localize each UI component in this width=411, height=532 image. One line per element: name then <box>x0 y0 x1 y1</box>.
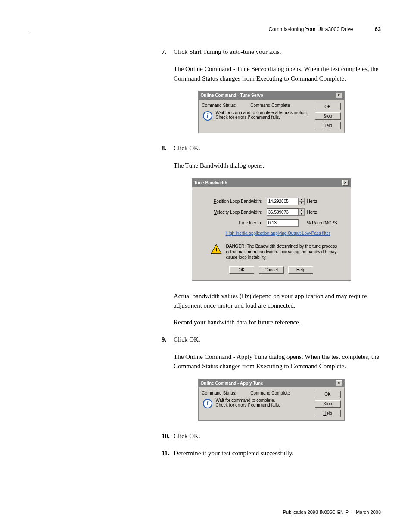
position-bw-unit: Hertz <box>307 199 318 204</box>
page-footer: Publication 2098-IN005C-EN-P — March 200… <box>283 510 381 515</box>
step-text: Click OK. <box>174 335 381 345</box>
svg-text:!: ! <box>215 246 217 253</box>
dialog-title-bar: Tune Bandwidth × <box>192 179 351 187</box>
step-8-para3: Record your bandwidth data for future re… <box>174 318 381 327</box>
status-label: Command Status: <box>202 103 237 108</box>
tune-inertia-label: Tune Inertia: <box>200 221 267 225</box>
ok-button[interactable]: OK <box>315 103 341 110</box>
position-bw-label: Position Loop Bandwidth: <box>200 199 267 204</box>
velocity-bw-unit: Hertz <box>307 210 318 215</box>
stop-button[interactable]: Stop <box>315 400 341 408</box>
step-number: 8. <box>162 144 174 153</box>
step-8: 8. Click OK. <box>162 144 381 153</box>
close-icon[interactable]: × <box>342 180 349 186</box>
status-value: Command Complete <box>250 391 290 395</box>
ok-button[interactable]: OK <box>229 266 254 274</box>
step-9: 9. Click OK. <box>162 335 381 345</box>
page-number: 63 <box>375 26 381 32</box>
stop-button[interactable]: Stop <box>315 112 341 120</box>
step-7-para: The Online Command - Tune Servo dialog o… <box>174 65 381 84</box>
step-number: 9. <box>162 335 174 345</box>
step-9-para: The Online Command - Apply Tune dialog o… <box>174 352 381 371</box>
step-8-para2: Actual bandwidth values (Hz) depend on y… <box>174 292 381 311</box>
dialog-title: Online Command - Apply Tune <box>201 381 263 386</box>
header-section-title: Commissioning Your Ultra3000 Drive <box>268 26 353 32</box>
info-text: Wait for command to complete after axis … <box>216 110 308 120</box>
warning-text: DANGER: The Bandwidth determined by the … <box>226 243 339 260</box>
page-header: Commissioning Your Ultra3000 Drive 63 <box>30 26 381 34</box>
step-10: 10. Click OK. <box>162 432 381 441</box>
status-label: Command Status: <box>202 391 237 395</box>
step-7: 7. Click Start Tuning to auto-tune your … <box>162 47 381 57</box>
velocity-bw-label: Velocity Loop Bandwidth: <box>200 210 267 215</box>
info-icon: i <box>202 110 213 121</box>
dialog-title: Tune Bandwidth <box>194 180 227 185</box>
step-number: 7. <box>162 47 174 57</box>
velocity-bw-field[interactable]: 36.589073 <box>267 208 299 216</box>
dialog-title: Online Command - Tune Servo <box>201 93 263 98</box>
dialog-tune-servo: Online Command - Tune Servo × Command St… <box>198 91 345 133</box>
info-text: Wait for command to complete. Check for … <box>216 398 280 408</box>
spinner-icon[interactable]: ▲▼ <box>299 208 305 216</box>
step-text: Click OK. <box>174 144 381 153</box>
help-button[interactable]: Help <box>315 122 341 129</box>
step-number: 11. <box>162 449 174 458</box>
ok-button[interactable]: OK <box>315 391 341 398</box>
tune-inertia-field[interactable]: 0.13 <box>267 219 299 227</box>
tune-inertia-unit: % Rated/MCPS <box>307 221 337 225</box>
dialog-apply-tune: Online Command - Apply Tune × Command St… <box>198 379 345 421</box>
help-button[interactable]: Help <box>288 266 313 274</box>
step-11: 11. Determine if your test completed suc… <box>162 449 381 458</box>
info-icon: i <box>202 398 213 409</box>
step-8-para: The Tune Bandwidth dialog opens. <box>174 161 381 171</box>
status-row: Command Status: Command Complete <box>202 391 311 395</box>
step-text: Determine if your test completed success… <box>174 449 381 458</box>
dialog-tune-bandwidth: Tune Bandwidth × Position Loop Bandwidth… <box>192 178 351 281</box>
step-text: Click OK. <box>174 432 381 441</box>
cancel-button[interactable]: Cancel <box>259 266 284 274</box>
step-number: 10. <box>162 432 174 441</box>
status-row: Command Status: Command Complete <box>202 103 311 108</box>
position-bw-field[interactable]: 14.292605 <box>267 198 299 205</box>
close-icon[interactable]: × <box>336 380 342 386</box>
dialog-title-bar: Online Command - Tune Servo × <box>199 91 344 100</box>
close-icon[interactable]: × <box>336 93 342 98</box>
help-button[interactable]: Help <box>315 410 341 417</box>
spinner-icon[interactable]: ▲▼ <box>299 198 305 205</box>
dialog-title-bar: Online Command - Apply Tune × <box>199 379 344 387</box>
lowpass-filter-link[interactable]: High Inertia application applying Output… <box>226 231 343 236</box>
status-value: Command Complete <box>250 103 290 108</box>
warning-icon: ! <box>211 243 222 255</box>
step-text: Click Start Tuning to auto-tune your axi… <box>174 47 381 57</box>
